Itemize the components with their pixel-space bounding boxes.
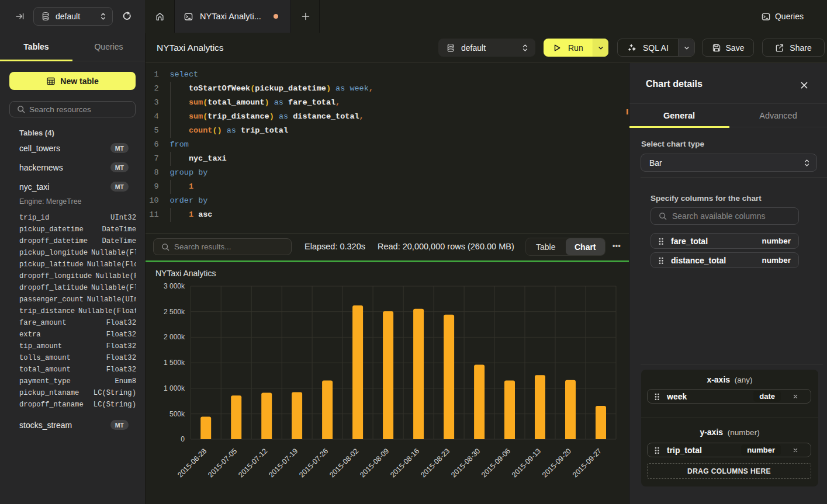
svg-text:2015-08-23: 2015-08-23 <box>419 447 451 479</box>
svg-text:2015-08-16: 2015-08-16 <box>389 447 421 479</box>
svg-text:2015-07-05: 2015-07-05 <box>206 447 238 479</box>
svg-text:3 000k: 3 000k <box>164 282 185 290</box>
svg-text:0: 0 <box>181 435 185 443</box>
svg-text:2015-08-09: 2015-08-09 <box>358 447 390 479</box>
svg-text:2015-09-27: 2015-09-27 <box>571 447 603 479</box>
svg-text:2015-06-28: 2015-06-28 <box>176 447 208 479</box>
svg-text:1 500k: 1 500k <box>164 359 185 367</box>
svg-text:2 000k: 2 000k <box>164 333 185 341</box>
svg-text:2015-08-30: 2015-08-30 <box>449 447 482 479</box>
svg-text:2015-09-13: 2015-09-13 <box>510 447 542 479</box>
svg-text:500k: 500k <box>169 410 185 418</box>
svg-text:2015-07-12: 2015-07-12 <box>237 447 269 479</box>
svg-text:2015-09-20: 2015-09-20 <box>541 447 573 479</box>
svg-text:2015-09-06: 2015-09-06 <box>480 447 512 479</box>
svg-text:2015-07-26: 2015-07-26 <box>297 447 330 479</box>
svg-text:2015-08-02: 2015-08-02 <box>328 447 360 479</box>
svg-text:1 000k: 1 000k <box>164 384 185 392</box>
svg-text:2 500k: 2 500k <box>164 308 185 316</box>
svg-text:2015-07-19: 2015-07-19 <box>267 447 299 479</box>
